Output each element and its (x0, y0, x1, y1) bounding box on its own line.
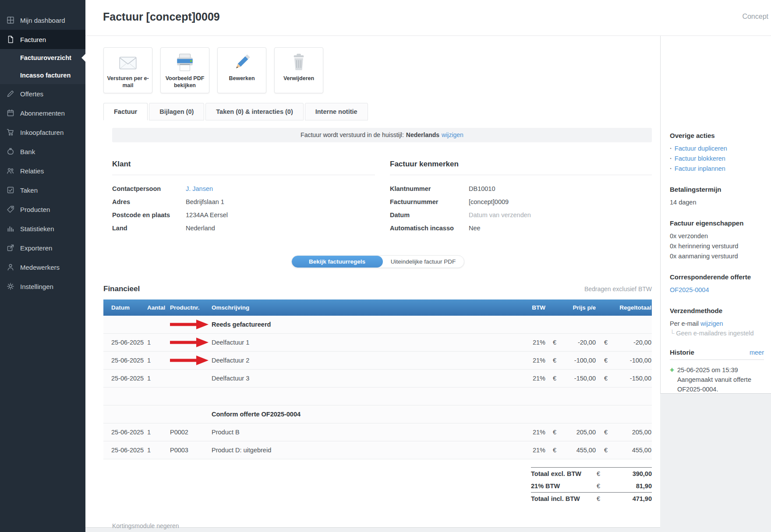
sidebar-item-label: Inkoopfacturen (20, 129, 64, 136)
main-area: Factuur [concept]0009 Concept Versturen … (85, 0, 771, 532)
sidebar-item-statistieken[interactable]: Statistieken (0, 219, 85, 238)
action-buttons: Versturen per e-mail Voorbeeld PDF bekij… (103, 47, 660, 93)
invoice-properties-heading: Factuur kenmerken (390, 160, 652, 169)
sidebar-subitem-incasso-facturen[interactable]: Incasso facturen (0, 67, 85, 84)
totals-block: Totaal excl. BTW € 390,00 21% BTW € 81,9… (531, 467, 652, 505)
tab-factuur[interactable]: Factuur (103, 103, 148, 120)
change-send-method-link[interactable]: wijzigen (700, 320, 723, 327)
send-email-button[interactable]: Versturen per e-mail (103, 47, 152, 93)
bar-chart-icon (7, 225, 14, 233)
table-row[interactable]: 25-06-2025 1 P0003 Product D: uitgebreid… (103, 441, 652, 459)
related-quote-link[interactable]: OF2025-0004 (670, 286, 709, 293)
invoice-detail-panel: Versturen per e-mail Voorbeeld PDF bekij… (85, 36, 660, 528)
app-window: Mijn dashboard Facturen Factuuroverzicht… (0, 0, 771, 532)
duplicate-invoice-link[interactable]: Factuur dupliceren (675, 145, 727, 152)
printer-icon (174, 52, 196, 73)
sidebar-item-label: Abonnementen (20, 109, 65, 117)
table-row[interactable]: 25-06-2025 1 Deelfactuur 3 21% € -150,00… (103, 370, 652, 388)
table-header-row: Datum Aantal Productnr. Omschrijving BTW… (103, 299, 652, 316)
customer-row: Contactpersoon J. Jansen (112, 185, 375, 192)
invoice-lines-table: Datum Aantal Productnr. Omschrijving BTW… (103, 299, 660, 459)
sidebar-item-abonnementen[interactable]: Abonnementen (0, 103, 85, 123)
customer-row: Postcode en plaats 1234AA Eersel (112, 211, 375, 218)
toggle-invoice-lines[interactable]: Bekijk factuurregels (292, 256, 383, 268)
person-icon (7, 263, 14, 271)
sidebar-item-label: Offertes (20, 90, 43, 98)
other-actions-section: Overige acties Factuur dupliceren Factuu… (670, 132, 764, 174)
side-panel: Overige acties Factuur dupliceren Factuu… (660, 36, 771, 394)
sidebar-item-label: Taken (20, 187, 38, 194)
sidebar-item-label: Producten (20, 206, 50, 213)
toggle-final-pdf[interactable]: Uiteindelijke factuur PDF (383, 256, 464, 268)
financial-heading: Financieel (103, 285, 140, 293)
sidebar-item-instellingen[interactable]: Instellingen (0, 277, 85, 296)
btw-row: 21% BTW € 81,90 (531, 480, 652, 492)
no-email-warning: └Geen e-mailadres ingesteld (670, 330, 764, 337)
gear-icon (7, 282, 14, 290)
customer-section: Klant Contactpersoon J. Jansen Adres Bed… (112, 160, 375, 238)
house-style-language: Nederlands (406, 131, 439, 138)
sidebar-item-label: Mijn dashboard (20, 17, 65, 24)
red-arrow-icon (170, 355, 209, 366)
send-method-section: Verzendmethode Per e-mail wijzigen └Geen… (670, 307, 764, 337)
sidebar-item-dashboard[interactable]: Mijn dashboard (0, 11, 85, 30)
tab-bar: Factuur Bijlagen (0) Taken (0) & interac… (103, 103, 660, 120)
plus-icon: + (670, 365, 674, 394)
sidebar-item-bank[interactable]: Bank (0, 142, 85, 161)
money-bag-icon (7, 148, 14, 155)
sidebar-item-label: Exporteren (20, 244, 52, 252)
table-row[interactable]: Reeds gefactureerd (103, 316, 652, 334)
sidebar-item-taken[interactable]: Taken (0, 180, 85, 200)
sidebar-item-relaties[interactable]: Relaties (0, 161, 85, 180)
table-row[interactable]: 25-06-2025 1 P0002 Product B 21% € 205,0… (103, 423, 652, 441)
table-row[interactable]: 25-06-2025 1 Deelfactuur 1 21% € -20,00 … (103, 334, 652, 352)
table-row[interactable]: Conform offerte OF2025-0004 (103, 405, 652, 423)
sidebar-subitem-factuuroverzicht[interactable]: Factuuroverzicht (0, 49, 85, 67)
house-style-notice: Factuur wordt verstuurd in de huisstijl:… (112, 128, 652, 142)
schedule-invoice-link[interactable]: Factuur inplannen (675, 165, 725, 172)
sidebar-item-medewerkers[interactable]: Medewerkers (0, 257, 85, 277)
property-row: Automatisch incasso Nee (390, 225, 652, 232)
related-quote-section: Corresponderende offerte OF2025-0004 (670, 273, 764, 295)
tab-bijlagen[interactable]: Bijlagen (0) (149, 103, 204, 120)
sidebar-item-label: Relaties (20, 167, 44, 175)
change-house-style-link[interactable]: wijzigen (442, 131, 463, 138)
trash-icon (288, 52, 310, 73)
invoice-properties-section: Factuur kenmerken Klantnummer DB10010 Fa… (390, 160, 652, 238)
sidebar-item-label: Bank (20, 148, 35, 155)
sidebar-item-exporteren[interactable]: Exporteren (0, 238, 85, 257)
table-row-empty (103, 388, 652, 405)
mail-icon (117, 52, 139, 73)
history-section: Historie meer + 25-06-2025 om 15:39 Aang… (670, 349, 764, 394)
contact-person-link[interactable]: J. Jansen (186, 185, 213, 192)
preview-pdf-button[interactable]: Voorbeeld PDF bekijken (160, 47, 209, 93)
total-excl-btw-row: Totaal excl. BTW € 390,00 (531, 467, 652, 480)
edit-button[interactable]: Bewerken (217, 47, 266, 93)
tab-taken-interacties[interactable]: Taken (0) & interacties (0) (205, 103, 303, 120)
send-method-value: Per e-mail (670, 320, 699, 327)
block-invoice-link[interactable]: Factuur blokkeren (675, 155, 725, 162)
people-icon (7, 167, 14, 175)
view-toggle: Bekijk factuurregels Uiteindelijke factu… (291, 255, 464, 268)
customer-row: Land Nederland (112, 225, 375, 232)
table-row[interactable]: 25-06-2025 1 Deelfactuur 2 21% € -100,00… (103, 352, 652, 370)
sidebar-item-facturen[interactable]: Facturen (0, 30, 85, 49)
sidebar-item-label: Instellingen (20, 283, 53, 290)
status-badge: Concept (742, 13, 768, 21)
history-more-link[interactable]: meer (750, 349, 764, 356)
sidebar-item-label: Medewerkers (20, 264, 60, 271)
payment-term-section: Betalingstermijn 14 dagen (670, 186, 764, 208)
tab-interne-notitie[interactable]: Interne notitie (305, 103, 368, 120)
total-incl-btw-row: Totaal incl. BTW € 471,90 (531, 492, 652, 505)
sidebar-item-label: Statistieken (20, 225, 54, 233)
sidebar-item-producten[interactable]: Producten (0, 200, 85, 219)
facturen-submenu: Factuuroverzicht Incasso facturen (0, 49, 85, 84)
cart-icon (7, 128, 14, 136)
history-entry: + 25-06-2025 om 15:39 Aangemaakt vanuit … (670, 365, 764, 394)
delete-button[interactable]: Verwijderen (274, 47, 323, 93)
sidebar-item-inkoopfacturen[interactable]: Inkoopfacturen (0, 123, 85, 142)
corner-arrow-icon: └ (670, 330, 674, 337)
calendar-icon (7, 109, 14, 117)
sidebar-item-offertes[interactable]: Offertes (0, 84, 85, 103)
property-row: Factuurnummer [concept]0009 (390, 198, 652, 205)
